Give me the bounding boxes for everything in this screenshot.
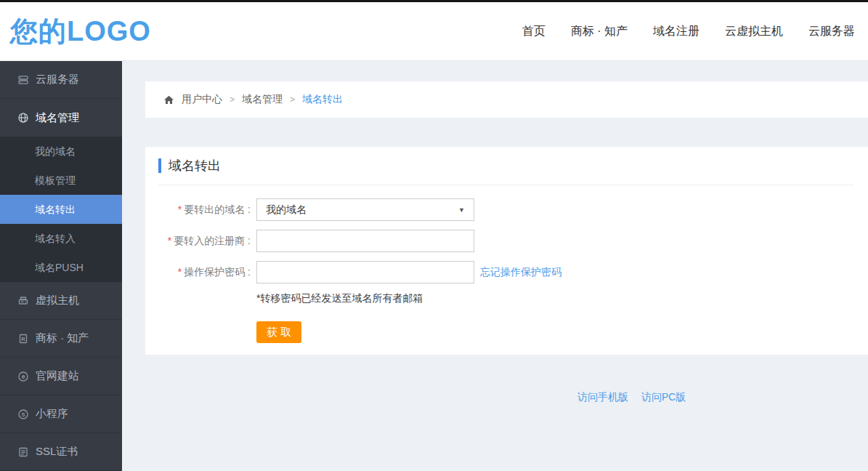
registrar-input[interactable] [256,230,474,252]
header: 您的LOGO 首页 商标 · 知产 域名注册 云虚拟主机 云服务器 [0,2,868,61]
sidebar-item-label: 官网建站 [36,369,79,383]
sidebar-item-website-builder[interactable]: e 官网建站 [0,358,122,395]
required-mark: * [168,235,171,246]
svg-text:e: e [22,373,25,380]
sidebar-item-label: 商标 · 知产 [36,331,89,345]
ssl-cert-icon [17,446,29,458]
breadcrumb: 用户中心 > 域名管理 > 域名转出 [145,81,868,118]
sidebar-item-virtual-host[interactable]: 虚拟主机 [0,282,122,320]
submenu-item-template-management[interactable]: 模板管理 [0,166,122,195]
visit-pc-link[interactable]: 访问PC版 [641,391,686,403]
sidebar-item-label: 小程序 [36,407,68,421]
sidebar: 云服务器 域名管理 我的域名 模板管理 域名转出 域名转入 域名PUSH [0,61,122,471]
host-icon [17,295,29,307]
website-icon: e [17,371,29,382]
miniprogram-icon: S [17,408,29,420]
form-row-registrar: *要转入的注册商 : [158,230,853,252]
domain-select[interactable]: 我的域名 ▼ [256,198,474,221]
password-input-label: *操作保护密码 : [158,266,256,279]
domain-management-submenu: 我的域名 模板管理 域名转出 域名转入 域名PUSH [0,137,122,282]
registrar-input-label: *要转入的注册商 : [158,235,256,248]
submenu-item-domain-transfer-in[interactable]: 域名转入 [0,224,122,253]
site-logo[interactable]: 您的LOGO [10,17,151,45]
protection-password-input[interactable] [256,261,474,283]
visit-mobile-link[interactable]: 访问手机版 [577,391,628,403]
footer-links: 访问手机版 访问PC版 [145,391,868,404]
title-divider [158,185,853,185]
domain-select-value: 我的域名 [266,204,307,217]
breadcrumb-user-center[interactable]: 用户中心 [182,93,222,106]
page-title: 域名转出 [169,157,221,174]
home-icon [163,94,174,105]
breadcrumb-separator: > [290,94,295,105]
svg-text:S: S [21,411,25,417]
globe-icon [17,112,29,124]
sidebar-item-cloud-server[interactable]: 云服务器 [0,61,122,99]
breadcrumb-separator: > [230,94,235,105]
forgot-password-link[interactable]: 忘记操作保护密码 [480,266,561,279]
sidebar-item-trademark[interactable]: R 商标 · 知产 [0,320,122,358]
card-title-row: 域名转出 [158,157,853,174]
sidebar-item-ssl-certificate[interactable]: SSL证书 [0,433,122,471]
sidebar-item-label: 虚拟主机 [36,294,79,307]
domain-select-label: *要转出的域名 : [158,204,256,217]
nav-item-cloud-vhost[interactable]: 云虚拟主机 [725,24,783,39]
domain-transfer-out-card: 域名转出 *要转出的域名 : 我的域名 ▼ *要转入的注册商 : [145,147,868,355]
required-mark: * [178,266,182,278]
submenu-item-domain-push[interactable]: 域名PUSH [0,253,122,282]
top-navigation: 首页 商标 · 知产 域名注册 云虚拟主机 云服务器 [522,24,855,39]
get-button[interactable]: 获 取 [256,321,301,343]
svg-text:R: R [21,335,25,342]
submenu-item-domain-transfer-out[interactable]: 域名转出 [0,195,122,224]
sidebar-item-label: 云服务器 [36,73,79,86]
nav-item-domain-register[interactable]: 域名注册 [653,24,699,39]
chevron-down-icon: ▼ [458,206,465,214]
title-accent-bar [158,158,161,173]
breadcrumb-domain-management[interactable]: 域名管理 [242,93,283,106]
sidebar-item-label: SSL证书 [36,445,78,459]
content-area: 用户中心 > 域名管理 > 域名转出 域名转出 *要转出的域名 : 我的域名 ▼ [122,61,868,471]
trademark-icon: R [17,333,29,345]
nav-item-cloud-server[interactable]: 云服务器 [808,24,855,39]
sidebar-item-domain-management[interactable]: 域名管理 [0,99,122,137]
sidebar-item-label: 域名管理 [36,111,79,125]
nav-item-home[interactable]: 首页 [522,24,545,39]
form-row-password: *操作保护密码 : 忘记操作保护密码 [158,261,853,283]
sidebar-item-mini-program[interactable]: S 小程序 [0,395,122,433]
cloud-server-icon [17,74,29,86]
required-mark: * [178,204,182,215]
transfer-out-form: *要转出的域名 : 我的域名 ▼ *要转入的注册商 : *操作保护密码 : [158,198,853,343]
transfer-password-note: *转移密码已经发送至域名所有者邮箱 [256,292,853,305]
breadcrumb-current-page: 域名转出 [302,93,343,106]
nav-item-trademark[interactable]: 商标 · 知产 [571,24,628,39]
submenu-item-my-domains[interactable]: 我的域名 [0,137,122,166]
form-row-domain: *要转出的域名 : 我的域名 ▼ [158,198,853,221]
